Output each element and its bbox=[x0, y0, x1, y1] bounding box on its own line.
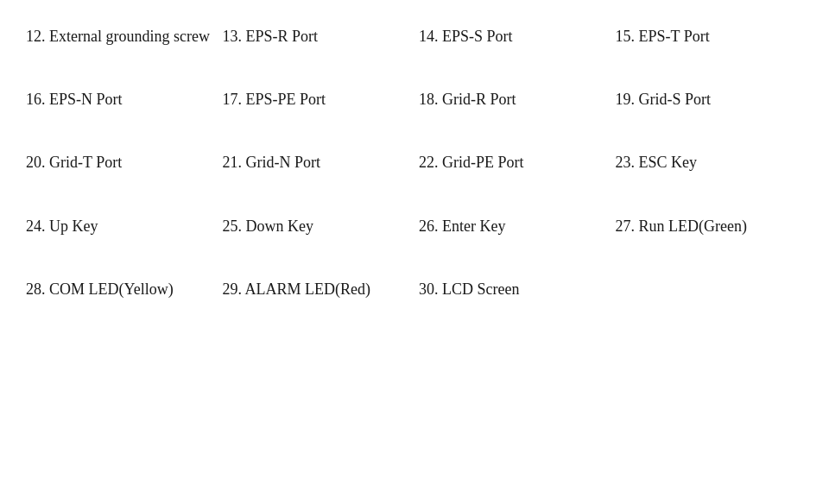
list-item: 25. Down Key bbox=[223, 216, 411, 237]
item-label: 21. Grid-N Port bbox=[223, 152, 321, 173]
item-label: 29. ALARM LED(Red) bbox=[223, 279, 370, 300]
list-item: 19. Grid-S Port bbox=[616, 89, 804, 110]
item-label: 22. Grid-PE Port bbox=[419, 152, 524, 173]
item-label: 14. EPS-S Port bbox=[419, 26, 513, 47]
list-item bbox=[616, 279, 804, 300]
list-item: 12. External grounding screw bbox=[26, 26, 214, 47]
list-item: 24. Up Key bbox=[26, 216, 214, 237]
list-item: 27. Run LED(Green) bbox=[616, 216, 804, 237]
list-item: 23. ESC Key bbox=[616, 152, 804, 173]
item-label: 24. Up Key bbox=[26, 216, 98, 237]
item-label: 15. EPS-T Port bbox=[616, 26, 710, 47]
list-item: 14. EPS-S Port bbox=[419, 26, 607, 47]
list-item: 20. Grid-T Port bbox=[26, 152, 214, 173]
list-item: 15. EPS-T Port bbox=[616, 26, 804, 47]
item-label: 17. EPS-PE Port bbox=[223, 89, 326, 110]
item-label: 18. Grid-R Port bbox=[419, 89, 516, 110]
item-label: 28. COM LED(Yellow) bbox=[26, 279, 174, 300]
item-label: 20. Grid-T Port bbox=[26, 152, 122, 173]
list-item: 17. EPS-PE Port bbox=[223, 89, 411, 110]
item-label: 26. Enter Key bbox=[419, 216, 505, 237]
list-item: 29. ALARM LED(Red) bbox=[223, 279, 411, 300]
item-label: 27. Run LED(Green) bbox=[616, 216, 747, 237]
item-label: 23. ESC Key bbox=[616, 152, 698, 173]
list-item: 22. Grid-PE Port bbox=[419, 152, 607, 173]
item-label: 13. EPS-R Port bbox=[223, 26, 319, 47]
item-label: 12. External grounding screw bbox=[26, 26, 210, 47]
item-label: 25. Down Key bbox=[223, 216, 314, 237]
main-content: 12. External grounding screw13. EPS-R Po… bbox=[0, 0, 829, 326]
list-item: 16. EPS-N Port bbox=[26, 89, 214, 110]
list-item: 18. Grid-R Port bbox=[419, 89, 607, 110]
list-item: 21. Grid-N Port bbox=[223, 152, 411, 173]
item-label: 16. EPS-N Port bbox=[26, 89, 123, 110]
list-item: 13. EPS-R Port bbox=[223, 26, 411, 47]
items-grid: 12. External grounding screw13. EPS-R Po… bbox=[17, 17, 812, 309]
item-label: 30. LCD Screen bbox=[419, 279, 519, 300]
list-item: 30. LCD Screen bbox=[419, 279, 607, 300]
list-item: 26. Enter Key bbox=[419, 216, 607, 237]
item-label: 19. Grid-S Port bbox=[616, 89, 712, 110]
list-item: 28. COM LED(Yellow) bbox=[26, 279, 214, 300]
